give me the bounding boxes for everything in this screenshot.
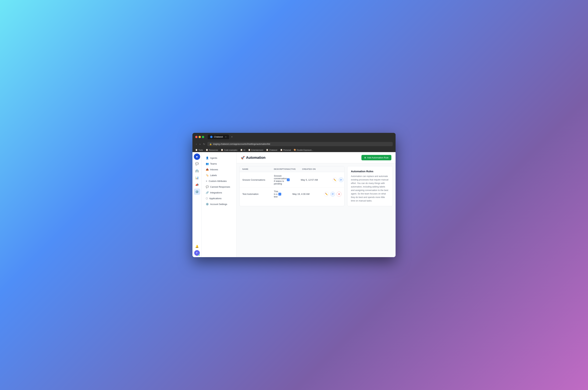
sidebar-item-integrations[interactable]: 🔗 Integrations: [203, 190, 235, 195]
reload-button[interactable]: ↻: [202, 142, 206, 146]
applications-icon: ⬡: [206, 197, 208, 200]
sidebar-item-applications[interactable]: ⬡ Applications: [203, 195, 235, 201]
integrations-icon: 🔗: [206, 191, 209, 194]
checkbox-checked[interactable]: ✓: [278, 193, 281, 195]
col-active: ACTIVE: [288, 168, 302, 170]
bookmark-ui[interactable]: 📋 UI: [240, 149, 245, 151]
rail-reports-icon[interactable]: 📊: [194, 175, 200, 181]
teams-icon: 👥: [206, 162, 209, 165]
rail-conversations-icon[interactable]: 💬: [194, 160, 200, 167]
sidebar-item-labels-label: Labels: [210, 174, 217, 177]
col-created-on: CREATED ON: [302, 168, 334, 170]
rail-contacts-icon[interactable]: 📇: [194, 168, 200, 174]
canned-responses-icon: 💬: [206, 185, 209, 188]
active-tab[interactable]: C Chatwoot ✕: [208, 135, 229, 139]
icon-rail: ● 💬 📇 📊 📣 ⚙️ 🔔 F: [193, 152, 201, 257]
row1-edit-button[interactable]: ✏️: [332, 177, 337, 182]
address-bar: ‹ › ↻ 🔒 staging.chatwoot.com/app/account…: [193, 141, 395, 148]
page-title-group: 🚀 Automation: [241, 156, 265, 160]
bookmark-entertainment[interactable]: 📋 Entertainment: [248, 149, 263, 151]
rail-campaigns-icon[interactable]: 📣: [194, 182, 200, 188]
info-panel-description: Automation can replace and automate exis…: [351, 175, 389, 202]
app-container: ● 💬 📇 📊 📣 ⚙️ 🔔 F 👤 Agents 👥 Teams: [193, 152, 395, 257]
sidebar-item-labels[interactable]: 🏷️ Labels: [203, 172, 235, 178]
close-button[interactable]: [195, 136, 197, 138]
row2-actions: ✏️ ⟳ ⊗: [324, 192, 342, 196]
sidebar-item-canned-responses[interactable]: 💬 Canned Responses: [203, 184, 235, 190]
inboxes-icon: 📥: [206, 168, 209, 171]
table-row: Test Automation This is a test ✓ May 19,…: [240, 188, 344, 200]
settings-sidebar: 👤 Agents 👥 Teams 📥 Inboxes 🏷️ Labels ⋄ C…: [201, 152, 237, 257]
sidebar-item-applications-label: Applications: [209, 197, 222, 200]
sidebar-item-custom-attributes-label: Custom Attributes: [209, 180, 227, 182]
browser-window: C Chatwoot ✕ + ‹ › ↻ 🔒 staging.chatwoot.…: [193, 133, 395, 257]
row2-copy-button[interactable]: ⟳: [330, 192, 335, 196]
table-row: Snooze Covnersations Snooze conversation…: [240, 172, 344, 188]
row2-edit-button[interactable]: ✏️: [324, 192, 329, 196]
content-area: NAME DESCRIPTION ACTIVE CREATED ON Snooz…: [237, 163, 395, 209]
account-settings-icon: ⚙️: [206, 203, 209, 205]
brand-logo: ●: [194, 153, 200, 160]
row2-active-checkbox[interactable]: ✓: [278, 193, 293, 195]
col-name: NAME: [242, 168, 274, 170]
checkbox-checked[interactable]: ✓: [287, 178, 290, 181]
bookmark-personal[interactable]: 📋 Personal: [280, 149, 291, 151]
row1-created-on: May 5, 12:57 AM: [301, 179, 332, 181]
row1-copy-button[interactable]: ⟳: [339, 177, 343, 182]
user-avatar[interactable]: F: [194, 250, 200, 256]
tab-bar: C Chatwoot ✕ +: [208, 135, 393, 139]
add-automation-rule-label: Add Automation Rule: [367, 156, 389, 159]
sidebar-item-agents[interactable]: 👤 Agents: [203, 155, 235, 161]
row2-name: Test Automation: [242, 193, 274, 195]
agents-icon: 👤: [206, 156, 209, 159]
bookmark-code[interactable]: 📋 Code examples: [221, 149, 237, 151]
minimize-button[interactable]: [198, 136, 201, 138]
row1-active-checkbox[interactable]: ✓: [287, 178, 301, 181]
tab-close-icon[interactable]: ✕: [225, 136, 227, 138]
new-tab-button[interactable]: +: [230, 135, 233, 139]
sidebar-item-custom-attributes[interactable]: ⋄ Custom Attributes: [203, 178, 235, 184]
bookmark-chatwoot[interactable]: 📋 Chatwoot: [266, 149, 277, 151]
sidebar-item-inboxes[interactable]: 📥 Inboxes: [203, 167, 235, 172]
bookmark-resources[interactable]: 📋 Resources: [206, 149, 218, 151]
tab-label: Chatwoot: [214, 136, 223, 138]
table-header: NAME DESCRIPTION ACTIVE CREATED ON: [240, 166, 344, 172]
sidebar-item-agents-label: Agents: [210, 157, 217, 159]
page-title: Automation: [246, 156, 265, 160]
rail-settings-icon[interactable]: ⚙️: [194, 189, 200, 195]
title-bar: C Chatwoot ✕ +: [193, 133, 395, 141]
online-status-dot: [198, 254, 200, 256]
bookmark-tools[interactable]: 📋 Tools: [195, 149, 203, 151]
col-actions: [334, 168, 344, 170]
custom-attributes-icon: ⋄: [206, 180, 207, 182]
main-content: 🚀 Automation ⊕ Add Automation Rule NAME …: [237, 152, 395, 257]
sidebar-item-canned-responses-label: Canned Responses: [210, 186, 230, 188]
bookmark-double-exposure[interactable]: 🎨 Double Exposure...: [294, 149, 313, 151]
automation-rocket-icon: 🚀: [241, 156, 245, 160]
lock-icon: 🔒: [209, 143, 212, 145]
sidebar-item-inboxes-label: Inboxes: [210, 168, 218, 171]
maximize-button[interactable]: [202, 136, 204, 138]
labels-icon: 🏷️: [206, 174, 209, 177]
info-panel-title: Automation Rules: [351, 170, 389, 173]
sidebar-item-account-settings-label: Account Settings: [210, 203, 227, 205]
row2-created-on: May 19, 4:30 AM: [293, 193, 324, 195]
sidebar-item-account-settings[interactable]: ⚙️ Account Settings: [203, 201, 235, 207]
rail-notifications-icon[interactable]: 🔔: [194, 243, 200, 249]
url-bar[interactable]: 🔒 staging.chatwoot.com/app/accounts/3/se…: [207, 142, 393, 146]
row2-delete-button[interactable]: ⊗: [337, 192, 342, 196]
info-panel: Automation Rules Automation can replace …: [347, 166, 393, 206]
add-automation-rule-button[interactable]: ⊕ Add Automation Rule: [361, 155, 391, 160]
row1-actions: ✏️ ⟳ ⊗: [332, 177, 344, 182]
tab-favicon: C: [210, 136, 213, 138]
traffic-lights: [195, 136, 204, 138]
row1-name: Snooze Covnersations: [242, 179, 274, 181]
row1-description: Snooze conversation if status is pending: [274, 175, 287, 185]
back-button[interactable]: ‹: [195, 142, 197, 146]
col-description: DESCRIPTION: [274, 168, 288, 170]
forward-button[interactable]: ›: [199, 142, 201, 146]
add-icon: ⊕: [364, 156, 366, 159]
sidebar-item-integrations-label: Integrations: [210, 191, 222, 194]
sidebar-item-teams[interactable]: 👥 Teams: [203, 161, 235, 166]
row2-description: This is a test: [274, 190, 278, 198]
